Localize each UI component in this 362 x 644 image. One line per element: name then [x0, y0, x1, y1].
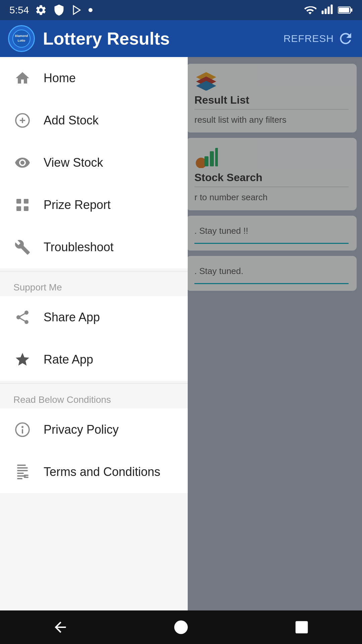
nav-item-prize-report[interactable]: Prize Report	[0, 184, 188, 226]
refresh-icon	[337, 30, 354, 47]
terms-conditions-label: Terms and Conditions	[44, 465, 160, 479]
nav-item-privacy-policy[interactable]: Privacy Policy	[0, 409, 188, 451]
svg-rect-3	[328, 7, 330, 14]
svg-rect-30	[17, 470, 28, 471]
time-display: 5:54	[9, 4, 29, 16]
status-left: 5:54	[9, 4, 93, 16]
status-right	[304, 4, 353, 16]
status-bar: 5:54	[0, 0, 362, 20]
privacy-policy-label: Privacy Policy	[44, 423, 119, 437]
home-icon	[13, 69, 32, 87]
svg-rect-31	[17, 473, 24, 474]
support-section-header: Support Me	[0, 273, 188, 296]
svg-rect-35	[24, 477, 28, 478]
home-label: Home	[44, 71, 76, 85]
section-divider-2	[0, 383, 188, 384]
add-stock-label: Add Stock	[44, 113, 99, 127]
troubleshoot-label: Troubleshoot	[44, 240, 114, 254]
svg-rect-28	[17, 465, 26, 466]
grid-icon	[13, 196, 32, 214]
nav-item-troubleshoot[interactable]: Troubleshoot	[0, 226, 188, 268]
drawer-overlay	[181, 57, 362, 644]
section-divider-1	[0, 271, 188, 271]
app-logo: Diamond Lotto	[8, 25, 35, 52]
shield-icon	[53, 4, 65, 16]
back-arrow-icon	[52, 619, 69, 636]
main-nav-section: Home Add Stock View Stock	[0, 57, 188, 268]
home-button[interactable]	[164, 614, 198, 641]
star-icon	[13, 351, 32, 369]
svg-rect-7	[339, 8, 349, 12]
nav-item-share-app[interactable]: Share App	[0, 296, 188, 338]
svg-point-36	[174, 621, 188, 634]
svg-rect-33	[17, 478, 22, 479]
svg-rect-21	[16, 199, 21, 204]
svg-marker-0	[73, 6, 80, 14]
support-section: Support Me Share App Rate App	[0, 273, 188, 381]
svg-rect-22	[24, 199, 28, 204]
share-app-label: Share App	[44, 310, 100, 324]
app-bar: Diamond Lotto Lottery Results REFRESH	[0, 20, 362, 57]
nav-item-add-stock[interactable]: Add Stock	[0, 99, 188, 142]
document-icon	[13, 463, 32, 481]
rate-app-label: Rate App	[44, 353, 93, 367]
svg-rect-37	[296, 621, 308, 634]
nav-item-rate-app[interactable]: Rate App	[0, 338, 188, 381]
recent-square-icon	[294, 620, 309, 635]
refresh-label: REFRESH	[284, 33, 334, 44]
svg-text:Diamond: Diamond	[15, 34, 28, 38]
view-stock-label: View Stock	[44, 156, 103, 170]
bottom-navigation-bar	[0, 610, 362, 644]
svg-rect-24	[24, 206, 28, 211]
prize-report-label: Prize Report	[44, 198, 111, 212]
nav-item-terms-conditions[interactable]: Terms and Conditions	[0, 451, 188, 493]
recent-button[interactable]	[285, 614, 318, 641]
logo-text: Diamond Lotto	[12, 30, 31, 48]
svg-rect-34	[24, 475, 28, 476]
share-icon	[13, 308, 32, 326]
navigation-drawer: Home Add Stock View Stock	[0, 57, 188, 644]
svg-rect-2	[325, 9, 327, 14]
svg-point-8	[13, 30, 30, 47]
back-button[interactable]	[44, 614, 77, 641]
battery-icon	[338, 4, 353, 16]
svg-rect-23	[16, 206, 21, 211]
svg-rect-1	[322, 11, 324, 14]
settings-icon	[35, 4, 47, 16]
add-circle-icon	[13, 111, 32, 129]
eye-icon	[13, 154, 32, 172]
svg-rect-4	[331, 5, 333, 14]
info-icon	[13, 421, 32, 439]
dot-indicator	[88, 8, 93, 12]
nav-item-home[interactable]: Home	[0, 57, 188, 99]
diamond-lotto-logo: Diamond Lotto	[12, 30, 31, 48]
conditions-section-header: Read Below Conditions	[0, 385, 188, 409]
app-bar-actions: REFRESH	[284, 30, 354, 47]
wrench-icon	[13, 238, 32, 256]
home-circle-icon	[174, 620, 188, 635]
app-title: Lottery Results	[43, 29, 284, 49]
svg-rect-6	[351, 8, 353, 11]
refresh-button[interactable]: REFRESH	[284, 30, 354, 47]
play-icon	[71, 4, 82, 16]
conditions-section: Read Below Conditions Privacy Policy	[0, 385, 188, 493]
svg-text:Lotto: Lotto	[18, 39, 25, 42]
svg-rect-29	[17, 467, 28, 469]
signal-icon	[321, 4, 333, 16]
wifi-icon	[304, 4, 316, 16]
nav-item-view-stock[interactable]: View Stock	[0, 142, 188, 184]
